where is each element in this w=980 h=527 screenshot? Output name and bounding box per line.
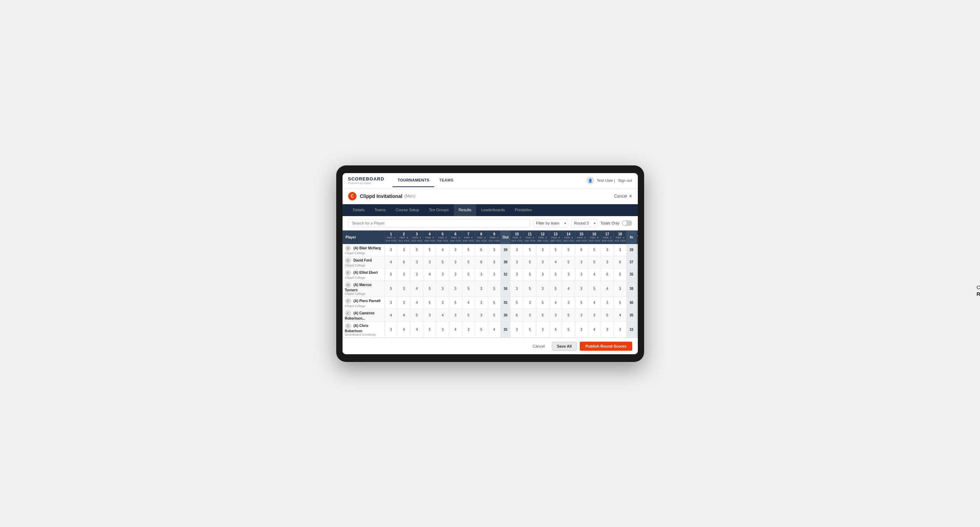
hole-15-score[interactable]: 6 [575, 244, 588, 256]
search-input[interactable] [348, 219, 530, 227]
hole-17-score[interactable]: 4 [601, 281, 614, 297]
hole-3-score[interactable]: 4 [410, 321, 423, 338]
hole-7-score[interactable]: 5 [462, 244, 475, 256]
tab-details[interactable]: Details [348, 204, 370, 216]
hole-6-score[interactable]: 4 [449, 321, 462, 338]
hole-1-score[interactable]: 3 [385, 297, 398, 309]
tab-teams[interactable]: Teams [369, 204, 390, 216]
hole-4-score[interactable]: 4 [423, 268, 436, 281]
hole-15-score[interactable]: 3 [575, 268, 588, 281]
hole-12-score[interactable]: 3 [536, 321, 549, 338]
hole-17-score[interactable]: 3 [601, 244, 614, 256]
hole-14-score[interactable]: 5 [562, 309, 575, 321]
hole-17-score[interactable]: 3 [601, 297, 614, 309]
hole-4-score[interactable]: 5 [423, 297, 436, 309]
hole-4-score[interactable]: 3 [423, 309, 436, 321]
hole-16-score[interactable]: 5 [588, 281, 601, 297]
hole-16-score[interactable]: 4 [588, 268, 601, 281]
hole-7-score[interactable]: 5 [462, 281, 475, 297]
hole-7-score[interactable]: 5 [462, 309, 475, 321]
hole-1-score[interactable]: 5 [385, 281, 398, 297]
hole-5-score[interactable]: 3 [436, 268, 449, 281]
hole-2-score[interactable]: 4 [398, 321, 410, 338]
hole-8-score[interactable]: 6 [475, 256, 488, 268]
hole-7-score[interactable]: 4 [462, 297, 475, 309]
hole-18-score[interactable]: 3 [614, 321, 627, 338]
hole-3-score[interactable]: 3 [410, 256, 423, 268]
hole-17-score[interactable]: 3 [601, 321, 614, 338]
hole-12-score[interactable]: 3 [536, 256, 549, 268]
hole-15-score[interactable]: 3 [575, 309, 588, 321]
hole-8-score[interactable]: 3 [475, 297, 488, 309]
hole-18-score[interactable]: 3 [614, 244, 627, 256]
hole-13-score[interactable]: 5 [549, 244, 562, 256]
hole-16-score[interactable]: 3 [588, 309, 601, 321]
hole-4-score[interactable]: 5 [423, 321, 436, 338]
hole-11-score[interactable]: 3 [523, 309, 536, 321]
hole-4-score[interactable]: 5 [423, 244, 436, 256]
cancel-button[interactable]: Cancel [528, 342, 549, 351]
hole-8-score[interactable]: 3 [475, 268, 488, 281]
tournament-cancel-button[interactable]: Cancel ✕ [614, 194, 632, 198]
hole-14-score[interactable]: 5 [562, 244, 575, 256]
nav-tournaments[interactable]: TOURNAMENTS [393, 174, 434, 187]
hole-16-score[interactable]: 5 [588, 244, 601, 256]
hole-7-score[interactable]: 5 [462, 268, 475, 281]
hole-10-score[interactable]: 3 [511, 244, 523, 256]
hole-18-score[interactable]: 5 [614, 297, 627, 309]
hole-12-score[interactable]: 3 [536, 244, 549, 256]
hole-13-score[interactable]: 4 [549, 297, 562, 309]
hole-18-score[interactable]: 3 [614, 281, 627, 297]
hole-13-score[interactable]: 5 [549, 268, 562, 281]
nav-teams[interactable]: TEAMS [434, 174, 458, 187]
hole-12-score[interactable]: 3 [536, 268, 549, 281]
hole-9-score[interactable]: 4 [488, 321, 501, 338]
tab-leaderboards[interactable]: Leaderboards [476, 204, 510, 216]
tab-tee-groups[interactable]: Tee Groups [424, 204, 454, 216]
hole-9-score[interactable]: 5 [488, 297, 501, 309]
hole-10-score[interactable]: 6 [511, 309, 523, 321]
hole-10-score[interactable]: 3 [511, 281, 523, 297]
hole-1-score[interactable]: 4 [385, 309, 398, 321]
hole-11-score[interactable]: 5 [523, 256, 536, 268]
hole-11-score[interactable]: 5 [523, 281, 536, 297]
hole-11-score[interactable]: 5 [523, 244, 536, 256]
hole-13-score[interactable]: 5 [549, 281, 562, 297]
hole-17-score[interactable]: 6 [601, 268, 614, 281]
hole-1-score[interactable]: 4 [385, 256, 398, 268]
hole-6-score[interactable]: 3 [449, 268, 462, 281]
sign-out-link[interactable]: Sign out [618, 178, 632, 183]
round-select[interactable]: Round 3 [571, 219, 598, 227]
hole-8-score[interactable]: 6 [475, 244, 488, 256]
hole-13-score[interactable]: 4 [549, 321, 562, 338]
hole-6-score[interactable]: 3 [449, 256, 462, 268]
hole-17-score[interactable]: 3 [601, 256, 614, 268]
hole-10-score[interactable]: 3 [511, 268, 523, 281]
hole-8-score[interactable]: 3 [475, 309, 488, 321]
totals-toggle-switch[interactable] [622, 220, 632, 226]
hole-9-score[interactable]: 5 [488, 309, 501, 321]
hole-18-score[interactable]: 4 [614, 309, 627, 321]
hole-17-score[interactable]: 5 [601, 309, 614, 321]
hole-2-score[interactable]: 6 [398, 256, 410, 268]
hole-7-score[interactable]: 3 [462, 321, 475, 338]
hole-11-score[interactable]: 3 [523, 297, 536, 309]
hole-16-score[interactable]: 5 [588, 256, 601, 268]
hole-5-score[interactable]: 5 [436, 256, 449, 268]
hole-3-score[interactable]: 3 [410, 268, 423, 281]
hole-6-score[interactable]: 5 [449, 297, 462, 309]
hole-1-score[interactable]: 3 [385, 321, 398, 338]
hole-13-score[interactable]: 4 [549, 256, 562, 268]
hole-12-score[interactable]: 5 [536, 297, 549, 309]
hole-9-score[interactable]: 3 [488, 244, 501, 256]
hole-16-score[interactable]: 4 [588, 321, 601, 338]
hole-5-score[interactable]: 3 [436, 281, 449, 297]
hole-15-score[interactable]: 3 [575, 256, 588, 268]
hole-7-score[interactable]: 5 [462, 256, 475, 268]
hole-1-score[interactable]: 3 [385, 244, 398, 256]
tab-results[interactable]: Results [454, 204, 477, 216]
hole-3-score[interactable]: 5 [410, 309, 423, 321]
hole-2-score[interactable]: 3 [398, 281, 410, 297]
hole-9-score[interactable]: 3 [488, 256, 501, 268]
hole-5-score[interactable]: 4 [436, 309, 449, 321]
